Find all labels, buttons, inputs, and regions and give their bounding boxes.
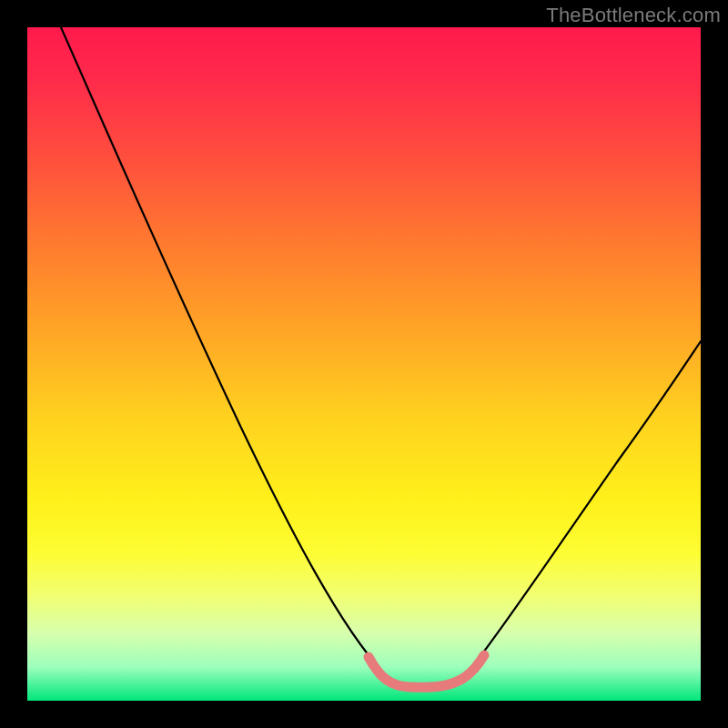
bottleneck-curve: [61, 27, 701, 687]
chart-frame: TheBottleneck.com: [0, 0, 728, 728]
plot-area: [27, 27, 701, 701]
valley-highlight: [369, 655, 484, 687]
curve-layer: [27, 27, 701, 701]
watermark-text: TheBottleneck.com: [546, 4, 721, 27]
